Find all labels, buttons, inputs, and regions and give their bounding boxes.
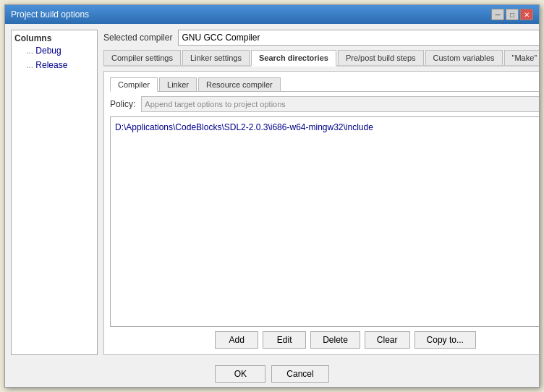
main-panel: Selected compiler GNU GCC Compiler ▼ Com… — [103, 30, 539, 355]
minimize-button[interactable]: ─ — [491, 9, 504, 20]
outer-tab-bar: Compiler settings Linker settings Search… — [103, 50, 539, 67]
inner-tab-linker[interactable]: Linker — [159, 77, 197, 91]
ok-button[interactable]: OK — [215, 365, 265, 383]
tab-search-directories[interactable]: Search directories — [251, 50, 336, 67]
inner-tab-bar: Compiler Linker Resource compiler — [110, 77, 539, 92]
compiler-section: Selected compiler GNU GCC Compiler ▼ — [103, 30, 539, 46]
tab-make-commands[interactable]: "Make" commands — [504, 50, 539, 65]
compiler-dropdown-value: GNU GCC Compiler — [182, 33, 260, 43]
policy-dropdown[interactable]: Append target options to project options… — [141, 96, 539, 112]
sidebar-item-release[interactable]: Release — [14, 58, 94, 72]
tab-pre-post-build[interactable]: Pre/post build steps — [338, 50, 424, 65]
close-button[interactable]: ✕ — [520, 9, 533, 20]
edit-button[interactable]: Edit — [263, 331, 306, 349]
dir-list-container: D:\Applications\CodeBlocks\SDL2-2.0.3\i6… — [110, 116, 539, 327]
inner-tab-resource-compiler[interactable]: Resource compiler — [198, 77, 281, 91]
sidebar-item-debug[interactable]: Debug — [14, 43, 94, 58]
title-bar: Project build options ─ □ ✕ — [5, 5, 539, 24]
compiler-label: Selected compiler — [103, 33, 172, 43]
action-buttons: Add Edit Delete Clear Copy to... — [110, 331, 539, 349]
inner-tab-compiler[interactable]: Compiler — [110, 77, 158, 92]
content-area: Compiler Linker Resource compiler Policy… — [103, 71, 539, 355]
sidebar: Columns Debug Release — [11, 30, 98, 355]
cancel-button[interactable]: Cancel — [271, 365, 328, 383]
tab-custom-variables[interactable]: Custom variables — [425, 50, 503, 65]
list-item[interactable]: D:\Applications\CodeBlocks\SDL2-2.0.3\i6… — [114, 120, 539, 135]
copy-to-button[interactable]: Copy to... — [415, 331, 476, 349]
title-bar-buttons: ─ □ ✕ — [491, 9, 533, 20]
policy-label: Policy: — [110, 99, 135, 109]
policy-dropdown-value: Append target options to project options — [145, 100, 285, 108]
bottom-buttons: OK Cancel — [5, 361, 539, 387]
tab-compiler-settings[interactable]: Compiler settings — [103, 50, 181, 65]
clear-button[interactable]: Clear — [365, 331, 410, 349]
main-window: Project build options ─ □ ✕ Columns Debu… — [4, 4, 540, 388]
directory-list[interactable]: D:\Applications\CodeBlocks\SDL2-2.0.3\i6… — [110, 116, 539, 327]
add-button[interactable]: Add — [215, 331, 258, 349]
window-title: Project build options — [11, 9, 89, 20]
maximize-button[interactable]: □ — [506, 9, 519, 20]
policy-row: Policy: Append target options to project… — [110, 96, 539, 112]
tab-linker-settings[interactable]: Linker settings — [182, 50, 250, 65]
delete-button[interactable]: Delete — [310, 331, 360, 349]
window-body: Columns Debug Release Selected compiler … — [5, 24, 539, 361]
sidebar-root-label: Columns — [14, 33, 94, 43]
compiler-dropdown[interactable]: GNU GCC Compiler ▼ — [178, 30, 539, 46]
